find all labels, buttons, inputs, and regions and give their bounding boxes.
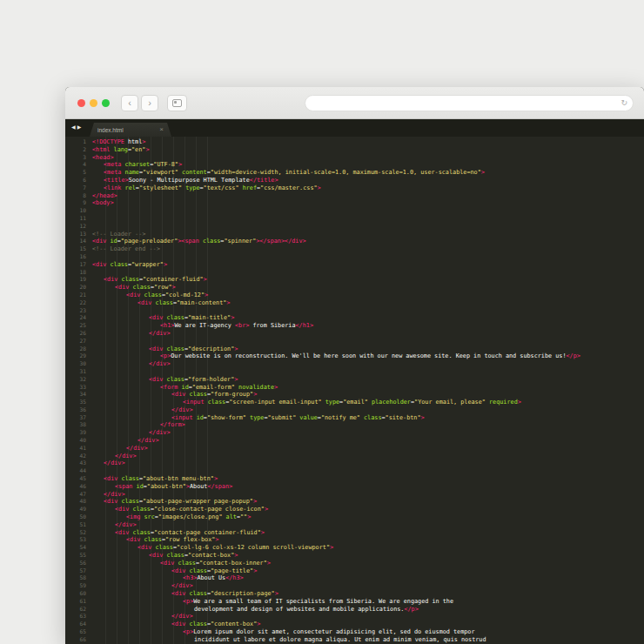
code-line-text: </div> <box>92 582 193 590</box>
code-line-text: </div> <box>92 453 137 460</box>
code-area[interactable]: 1<!DOCTYPE html>2<html lang="en">3<head>… <box>65 137 644 644</box>
tab-overview-button[interactable] <box>167 95 187 111</box>
code-line: 65<p>Lorem ipsum dolor sit amet, consect… <box>65 628 644 636</box>
code-line-text: <div class="contact-box"> <box>92 552 238 560</box>
nav-button-group: ‹ › <box>121 95 158 111</box>
code-line: 50<img src="images/close.png" alt=""> <box>65 513 644 521</box>
code-line: 49<div class="close-contact-page close-i… <box>65 506 644 513</box>
code-line: 10 <box>65 207 644 215</box>
code-line-text: development and design of websites and m… <box>92 606 419 614</box>
code-line-text: <div class="contact-page container-fluid… <box>92 529 265 537</box>
line-number: 51 <box>65 521 92 529</box>
forward-button[interactable]: › <box>141 95 158 111</box>
code-line-text: <div class="about-btn menu-btn"> <box>92 475 218 483</box>
code-line: 54<div class="col-lg-6 col-xs-12 column … <box>65 544 644 552</box>
code-line: 30</div> <box>65 360 644 368</box>
code-line: 58<h3>About Us</h3> <box>65 574 644 582</box>
line-number: 9 <box>65 199 92 207</box>
code-line-text: <!DOCTYPE html> <box>92 138 145 146</box>
minimize-window-button[interactable] <box>90 99 97 107</box>
code-line: 47</div> <box>65 491 644 499</box>
code-line-text: <div class="about-page-wrapper page-popu… <box>92 498 257 506</box>
line-number: 38 <box>65 421 92 429</box>
code-line-text: <div class="form-holder"> <box>92 376 238 384</box>
code-line-text: <div class="col-lg-6 col-xs-12 column sc… <box>92 544 333 552</box>
line-number: 55 <box>65 552 92 560</box>
code-line: 19<div class="container-fluid"> <box>65 276 644 284</box>
refresh-icon[interactable]: ↻ <box>621 99 627 107</box>
code-line: 39</div> <box>65 429 644 437</box>
line-number: 15 <box>65 245 92 253</box>
close-window-button[interactable] <box>77 99 85 107</box>
line-number: 65 <box>65 628 92 636</box>
code-line: 21<div class="col-md-12"> <box>65 292 644 299</box>
code-line-text: <img src="images/close.png" alt=""> <box>92 513 251 521</box>
line-number: 50 <box>65 513 92 521</box>
code-line: 31 <box>65 368 644 376</box>
code-line-text: <div class="row"> <box>92 284 176 292</box>
code-line-text: <div class="col-md-12"> <box>92 292 208 299</box>
code-line-text: </form> <box>92 421 185 429</box>
code-line: 59</div> <box>65 582 644 590</box>
line-number: 17 <box>65 261 92 269</box>
code-line: 16 <box>65 253 644 261</box>
code-line: 40</div> <box>65 437 644 445</box>
tab-index-html[interactable]: index.html × <box>90 123 171 137</box>
back-button[interactable]: ‹ <box>121 95 138 111</box>
code-line-text: </div> <box>92 445 148 453</box>
code-line-text: incididunt ut labore et dolore magna ali… <box>92 636 486 644</box>
code-line: 41</div> <box>65 445 644 453</box>
code-line-text: <div class="main-content"> <box>92 299 230 307</box>
code-line: 3<head> <box>65 154 644 162</box>
code-line: 9<body> <box>65 199 644 207</box>
code-line-text: </div> <box>92 491 125 499</box>
code-line-text: <div id="page-preloader"><span class="sp… <box>92 238 306 245</box>
code-line: 23 <box>65 307 644 315</box>
line-number: 3 <box>65 154 92 162</box>
editor-nav-arrows-icon[interactable]: ◀▶ <box>71 124 83 130</box>
line-number: 45 <box>65 475 92 483</box>
window-snapshot-icon <box>172 99 182 107</box>
code-line: 7<link rel="stylesheet" type="text/css" … <box>65 184 644 192</box>
line-number: 2 <box>65 146 92 154</box>
code-line-text: <div class="contact-box-inner"> <box>92 560 271 567</box>
code-line: 51</div> <box>65 521 644 529</box>
line-number: 36 <box>65 406 92 414</box>
code-line: 20<div class="row"> <box>65 284 644 292</box>
code-line-text: <p>We are a small team of IT specialists… <box>92 598 453 606</box>
code-line-text: </div> <box>92 330 171 338</box>
line-number: 37 <box>65 414 92 422</box>
code-line-text: <div class="page-title"> <box>92 567 257 575</box>
line-number: 25 <box>65 322 92 330</box>
line-number: 19 <box>65 276 92 284</box>
url-input[interactable] <box>311 98 621 108</box>
code-line-text: <input id="show-form" type="submit" valu… <box>92 414 425 422</box>
code-line: 14<div id="page-preloader"><span class="… <box>65 238 644 245</box>
code-line-text: <meta name="viewport" content="width=dev… <box>92 169 485 177</box>
code-line: 27 <box>65 338 644 345</box>
code-line-text: </div> <box>92 437 159 445</box>
code-line: 61<p>We are a small team of IT specialis… <box>65 598 644 606</box>
line-number: 42 <box>65 453 92 460</box>
traffic-lights <box>77 99 110 107</box>
close-tab-icon[interactable]: × <box>159 126 164 133</box>
code-line: 48<div class="about-page-wrapper page-po… <box>65 498 644 506</box>
code-line-text: </div> <box>92 521 137 529</box>
line-number: 52 <box>65 529 92 537</box>
code-line-text: <!-- Loader end --> <box>92 245 160 253</box>
line-number: 43 <box>65 460 92 467</box>
code-line-text: <h3>About Us</h3> <box>92 574 244 582</box>
line-number: 12 <box>65 223 92 231</box>
line-number: 56 <box>65 560 92 567</box>
code-line: 18 <box>65 269 644 277</box>
code-line-text: <div class="description-page"> <box>92 590 278 598</box>
zoom-window-button[interactable] <box>102 99 110 107</box>
forward-icon: › <box>148 98 151 108</box>
code-line: 45<div class="about-btn menu-btn"> <box>65 475 644 483</box>
line-number: 44 <box>65 467 92 475</box>
code-line: 28<div class="description"> <box>65 345 644 353</box>
code-line-text: <div class="content-box"> <box>92 621 260 628</box>
line-number: 20 <box>65 284 92 292</box>
code-line-text: <head> <box>92 154 114 162</box>
code-line: 38</form> <box>65 421 644 429</box>
